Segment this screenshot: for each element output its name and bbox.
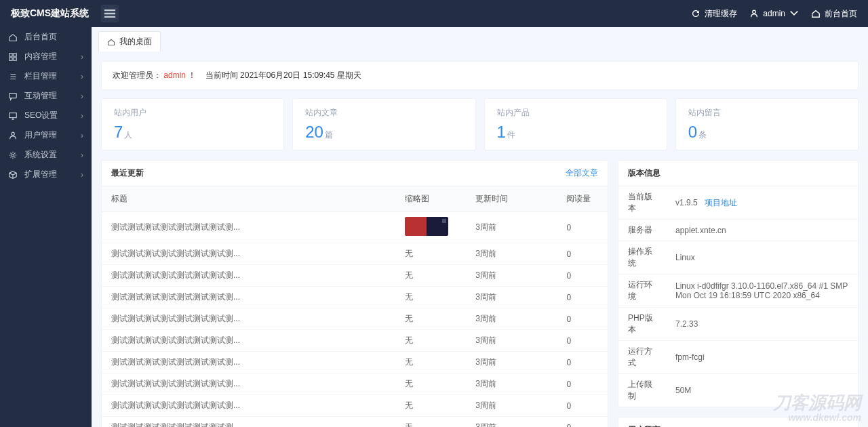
stat-value: 1件 (497, 123, 654, 142)
content: 欢迎管理员： admin ！ 当前时间 2021年06月20日 15:09:45… (92, 52, 868, 427)
thumbnail-image (405, 217, 448, 236)
info-val: 7.2.33 (666, 308, 858, 341)
cell-time: 3周前 (466, 330, 557, 352)
welcome-banner: 欢迎管理员： admin ！ 当前时间 2021年06月20日 15:09:45… (101, 61, 859, 90)
info-val: applet.xnte.cn (666, 220, 858, 241)
table-row[interactable]: 测试测试测试测试测试测试测试测...无3周前0 (102, 417, 608, 428)
stat-card-0: 站内用户7人 (101, 98, 284, 150)
chevron-right-icon: › (81, 92, 83, 101)
recent-title: 最近更新 (111, 167, 144, 179)
info-row: 当前版本v1.9.5项目地址 (618, 186, 858, 220)
welcome-time: 当前时间 2021年06月20日 15:09:45 星期天 (205, 70, 361, 80)
stat-unit: 件 (507, 130, 515, 140)
stat-card-3: 站内留言0条 (675, 98, 859, 150)
cell-reads: 0 (557, 212, 608, 243)
cell-time: 3周前 (466, 243, 557, 265)
cube-icon (8, 170, 18, 180)
sidebar-item-2[interactable]: 栏目管理› (0, 66, 92, 86)
sidebar-item-6[interactable]: 系统设置› (0, 145, 92, 165)
svg-rect-5 (9, 93, 17, 98)
gear-icon (8, 150, 18, 160)
cell-thumb (395, 212, 466, 243)
sidebar-item-7[interactable]: 扩展管理› (0, 165, 92, 184)
stat-card-2: 站内产品1件 (484, 98, 667, 150)
front-link[interactable]: 前台首页 (811, 8, 857, 20)
cell-reads: 0 (557, 265, 608, 287)
info-val: 50M (666, 374, 858, 407)
cell-time: 3周前 (466, 265, 557, 287)
user-menu[interactable]: admin (749, 9, 799, 18)
stat-label: 站内留言 (688, 107, 846, 119)
recent-table: 标题 缩略图 更新时间 阅读量 测试测试测试测试测试测试测试测...3周前0测试… (102, 186, 608, 427)
sidebar-item-0[interactable]: 后台首页 (0, 27, 92, 47)
cell-title: 测试测试测试测试测试测试测试测... (102, 373, 395, 395)
table-row[interactable]: 测试测试测试测试测试测试测试测...无3周前0 (102, 373, 608, 395)
user-icon (8, 131, 18, 140)
cell-title: 测试测试测试测试测试测试测试测... (102, 395, 395, 417)
sidebar-item-label: 系统设置 (24, 149, 57, 161)
table-row[interactable]: 测试测试测试测试测试测试测试测...无3周前0 (102, 243, 608, 265)
info-val: v1.9.5项目地址 (666, 186, 858, 220)
project-link[interactable]: 项目地址 (705, 198, 737, 207)
tab-desktop[interactable]: 我的桌面 (98, 31, 161, 52)
col-time: 更新时间 (466, 186, 557, 212)
stat-label: 站内用户 (114, 107, 271, 119)
table-row[interactable]: 测试测试测试测试测试测试测试测...无3周前0 (102, 287, 608, 308)
svg-rect-4 (14, 57, 16, 60)
recent-head: 最近更新 全部文章 (102, 161, 608, 186)
sidebar-item-label: 互动管理 (24, 90, 57, 102)
chevron-right-icon: › (81, 52, 83, 62)
sidebar-item-label: 后台首页 (24, 31, 57, 43)
table-row[interactable]: 测试测试测试测试测试测试测试测...无3周前0 (102, 308, 608, 330)
sidebar-item-1[interactable]: 内容管理› (0, 47, 92, 66)
table-row[interactable]: 测试测试测试测试测试测试测试测...无3周前0 (102, 395, 608, 417)
cell-title: 测试测试测试测试测试测试测试测... (102, 243, 395, 265)
info-val: Linux (666, 241, 858, 274)
panel-right: 版本信息 当前版本v1.9.5项目地址服务器applet.xnte.cn操作系统… (618, 160, 859, 427)
sidebar: 后台首页内容管理›栏目管理›互动管理›SEO设置›用户管理›系统设置›扩展管理› (0, 27, 92, 427)
svg-point-0 (753, 10, 755, 13)
table-row[interactable]: 测试测试测试测试测试测试测试测...无3周前0 (102, 352, 608, 373)
cell-title: 测试测试测试测试测试测试测试测... (102, 212, 395, 243)
version-card: 版本信息 当前版本v1.9.5项目地址服务器applet.xnte.cn操作系统… (618, 160, 859, 407)
front-label: 前台首页 (825, 8, 857, 20)
col-thumb: 缩略图 (395, 186, 466, 212)
grid-icon (8, 52, 18, 62)
chevron-right-icon: › (81, 150, 83, 160)
sidebar-item-5[interactable]: 用户管理› (0, 125, 92, 145)
cell-title: 测试测试测试测试测试测试测试测... (102, 417, 395, 428)
info-row: 运行方式fpm-fcgi (618, 341, 858, 374)
home-icon (107, 38, 115, 46)
recent-card: 最近更新 全部文章 标题 缩略图 更新时间 阅读量 测试测试测试测试测试测试测试… (101, 160, 608, 427)
sidebar-item-3[interactable]: 互动管理› (0, 86, 92, 106)
info-val: fpm-fcgi (666, 341, 858, 374)
menu-toggle[interactable] (101, 5, 119, 22)
cell-reads: 0 (557, 330, 608, 352)
clear-cache-button[interactable]: 清理缓存 (691, 8, 737, 20)
home-icon (8, 33, 18, 42)
table-row[interactable]: 测试测试测试测试测试测试测试测...3周前0 (102, 212, 608, 243)
cell-title: 测试测试测试测试测试测试测试测... (102, 308, 395, 330)
table-row[interactable]: 测试测试测试测试测试测试测试测...无3周前0 (102, 330, 608, 352)
stat-unit: 篇 (325, 130, 333, 140)
info-row: 上传限制50M (618, 374, 858, 407)
cell-reads: 0 (557, 352, 608, 373)
cell-thumb: 无 (395, 243, 466, 265)
cell-title: 测试测试测试测试测试测试测试测... (102, 287, 395, 308)
stat-value: 7人 (114, 123, 271, 142)
monitor-icon (8, 111, 18, 121)
chevron-right-icon: › (81, 111, 83, 121)
panel-left: 最近更新 全部文章 标题 缩略图 更新时间 阅读量 测试测试测试测试测试测试测试… (101, 160, 608, 427)
sidebar-item-label: SEO设置 (24, 110, 58, 121)
welcome-admin: admin (163, 70, 186, 80)
chevron-down-icon (789, 9, 799, 18)
cell-time: 3周前 (466, 417, 557, 428)
svg-point-7 (12, 132, 14, 135)
cell-thumb: 无 (395, 308, 466, 330)
sidebar-item-4[interactable]: SEO设置› (0, 106, 92, 125)
stat-unit: 人 (124, 130, 132, 140)
user-icon (749, 9, 759, 18)
all-articles-link[interactable]: 全部文章 (566, 167, 598, 179)
table-row[interactable]: 测试测试测试测试测试测试测试测...无3周前0 (102, 265, 608, 287)
info-row: 操作系统Linux (618, 241, 858, 274)
